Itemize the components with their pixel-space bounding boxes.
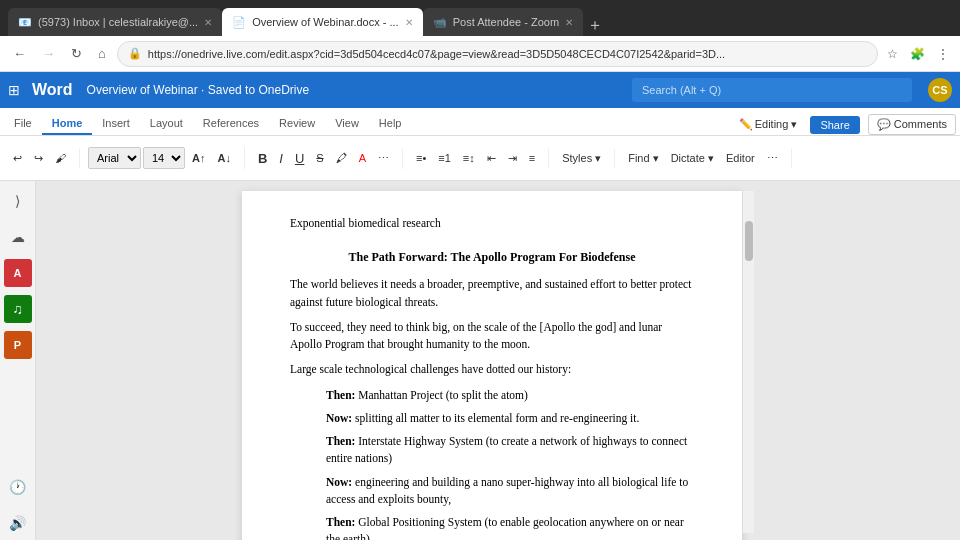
extensions-icon[interactable]: 🧩 (907, 45, 928, 63)
ribbon-tab-bar: File Home Insert Layout References Revie… (0, 108, 960, 136)
font-size-select[interactable]: 14 (143, 147, 185, 169)
doc-para-3: Large scale technological challenges hav… (290, 361, 694, 378)
font-family-select[interactable]: Arial (88, 147, 141, 169)
tab-favicon: 📄 (232, 16, 246, 29)
nav-bar: ← → ↻ ⌂ 🔒 https://onedrive.live.com/edit… (0, 36, 960, 72)
tab-help[interactable]: Help (369, 113, 412, 135)
vertical-scrollbar[interactable] (742, 191, 754, 533)
app-search-input[interactable] (632, 78, 912, 102)
font-group: Arial 14 A↑ A↓ (88, 147, 245, 169)
sidebar-acrobat-icon[interactable]: A (4, 259, 32, 287)
tab-label: Post Attendee - Zoom (453, 16, 559, 28)
tab-favicon: 📧 (18, 16, 32, 29)
doc-item-2-then: Then: Interstate Highway System (to crea… (326, 433, 694, 468)
tab-inbox[interactable]: 📧 (5973) Inbox | celestialrakiye@... ✕ (8, 8, 222, 36)
redo-button[interactable]: ↪ (29, 149, 48, 168)
tab-close-word[interactable]: ✕ (405, 17, 413, 28)
app-bar: ⊞ Word Overview of Webinar · Saved to On… (0, 72, 960, 108)
underline-button[interactable]: U (290, 148, 309, 169)
doc-scroll[interactable]: Exponential biomedical research The Path… (36, 181, 960, 540)
bold-button[interactable]: B (253, 148, 272, 169)
tab-zoom[interactable]: 📹 Post Attendee - Zoom ✕ (423, 8, 583, 36)
home-button[interactable]: ⌂ (93, 44, 111, 63)
tab-close-zoom[interactable]: ✕ (565, 17, 573, 28)
tab-view[interactable]: View (325, 113, 369, 135)
word-logo: Word (32, 81, 73, 99)
dictate-button[interactable]: Dictate ▾ (666, 149, 719, 168)
highlight-button[interactable]: 🖍 (331, 149, 352, 167)
refresh-button[interactable]: ↻ (66, 44, 87, 63)
tab-review[interactable]: Review (269, 113, 325, 135)
undo-group: ↩ ↪ 🖌 (8, 149, 80, 168)
multilevel-list-button[interactable]: ≡↕ (458, 149, 480, 167)
format-group: B I U S 🖍 A ⋯ (253, 148, 403, 169)
tab-references[interactable]: References (193, 113, 269, 135)
strikethrough-button[interactable]: S (311, 149, 328, 167)
font-shrink-button[interactable]: A↓ (212, 149, 235, 167)
tab-close-inbox[interactable]: ✕ (204, 17, 212, 28)
sidebar-onedrive-icon[interactable]: ☁ (4, 223, 32, 251)
undo-button[interactable]: ↩ (8, 149, 27, 168)
doc-para-1: The world believes it needs a broader, p… (290, 276, 694, 311)
doc-title: Overview of Webinar · Saved to OneDrive (87, 83, 310, 97)
more-format-button[interactable]: ⋯ (373, 149, 394, 168)
bookmark-icon[interactable]: ☆ (884, 45, 901, 63)
decrease-indent-button[interactable]: ⇤ (482, 149, 501, 168)
more-ribbon-button[interactable]: ⋯ (762, 149, 783, 168)
tab-bar: 📧 (5973) Inbox | celestialrakiye@... ✕ 📄… (0, 0, 960, 36)
font-grow-button[interactable]: A↑ (187, 149, 210, 167)
styles-button[interactable]: Styles ▾ (557, 149, 606, 168)
settings-icon[interactable]: ⋮ (934, 45, 952, 63)
main-area: ⟩ ☁ A ♫ P 🕐 🔊 Exponential biomedical res… (0, 181, 960, 540)
italic-button[interactable]: I (274, 148, 288, 169)
doc-section-title: The Path Forward: The Apollo Program For… (290, 248, 694, 266)
bullet-list-button[interactable]: ≡• (411, 149, 431, 167)
font-color-button[interactable]: A (354, 149, 371, 167)
doc-item-2-now: Now: engineering and building a nano sup… (326, 474, 694, 509)
document-page: Exponential biomedical research The Path… (242, 191, 742, 540)
user-avatar[interactable]: CS (928, 78, 952, 102)
tab-favicon: 📹 (433, 16, 447, 29)
left-sidebar: ⟩ ☁ A ♫ P 🕐 🔊 (0, 181, 36, 540)
format-painter-button[interactable]: 🖌 (50, 149, 71, 167)
tab-insert[interactable]: Insert (92, 113, 140, 135)
doc-heading-above: Exponential biomedical research (290, 215, 694, 232)
number-list-button[interactable]: ≡1 (433, 149, 456, 167)
tab-layout[interactable]: Layout (140, 113, 193, 135)
tab-word-doc[interactable]: 📄 Overview of Webinar.docx - ... ✕ (222, 8, 423, 36)
ribbon: File Home Insert Layout References Revie… (0, 108, 960, 181)
nav-icons: ☆ 🧩 ⋮ (884, 45, 952, 63)
find-button[interactable]: Find ▾ (623, 149, 663, 168)
doc-para-2: To succeed, they need to think big, on t… (290, 319, 694, 354)
sidebar-clock-icon: 🕐 (4, 473, 32, 501)
editing-button[interactable]: ✏️ Editing ▾ (734, 115, 803, 134)
grid-icon[interactable]: ⊞ (8, 82, 20, 98)
comments-button[interactable]: 💬 Comments (868, 114, 956, 135)
back-button[interactable]: ← (8, 44, 31, 63)
tab-file[interactable]: File (4, 113, 42, 135)
align-button[interactable]: ≡ (524, 149, 540, 167)
doc-item-1-now: Now: splitting all matter to its element… (326, 410, 694, 427)
tab-home[interactable]: Home (42, 113, 93, 135)
sidebar-volume-icon[interactable]: 🔊 (4, 509, 32, 537)
styles-group: Styles ▾ (557, 149, 615, 168)
doc-item-1-then: Then: Manhattan Project (to split the at… (326, 387, 694, 404)
browser-chrome: 📧 (5973) Inbox | celestialrakiye@... ✕ 📄… (0, 0, 960, 72)
tab-label: Overview of Webinar.docx - ... (252, 16, 399, 28)
tab-label: (5973) Inbox | celestialrakiye@... (38, 16, 198, 28)
editor-button[interactable]: Editor (721, 149, 760, 167)
address-text: https://onedrive.live.com/edit.aspx?cid=… (148, 48, 867, 60)
new-tab-button[interactable]: ＋ (587, 15, 603, 36)
sidebar-expand-icon[interactable]: ⟩ (4, 187, 32, 215)
list-group: ≡• ≡1 ≡↕ ⇤ ⇥ ≡ (411, 149, 549, 168)
increase-indent-button[interactable]: ⇥ (503, 149, 522, 168)
scroll-thumb[interactable] (745, 221, 753, 261)
address-bar[interactable]: 🔒 https://onedrive.live.com/edit.aspx?ci… (117, 41, 878, 67)
share-button[interactable]: Share (810, 116, 859, 134)
doc-item-3-then: Then: Global Positioning System (to enab… (326, 514, 694, 540)
forward-button[interactable]: → (37, 44, 60, 63)
ribbon-toolbar: ↩ ↪ 🖌 Arial 14 A↑ A↓ B I U S 🖍 A ⋯ ≡• ≡1 (0, 136, 960, 180)
sidebar-spotify-icon[interactable]: ♫ (4, 295, 32, 323)
lock-icon: 🔒 (128, 47, 142, 60)
sidebar-powerpoint-icon[interactable]: P (4, 331, 32, 359)
